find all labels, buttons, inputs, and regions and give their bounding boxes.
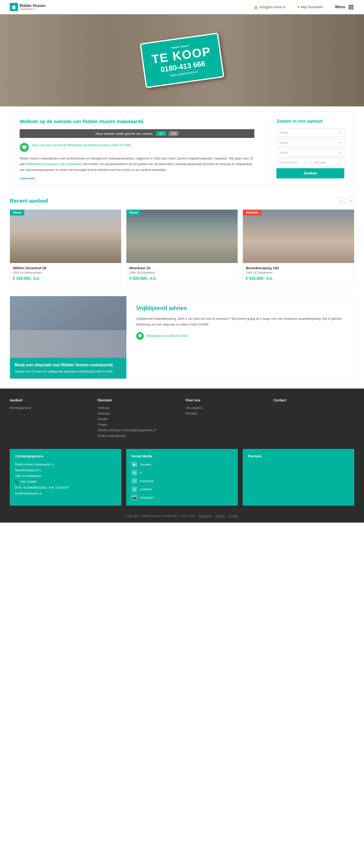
te-koop-sign: Ridder Huizen TE KOOP 0180-413 666 www.r… (140, 32, 224, 88)
social-linkedin[interactable]: in LinkedIn (132, 486, 232, 492)
next-arrow-button[interactable]: → (347, 197, 354, 205)
facebook-icon: f (132, 478, 137, 484)
footer-project-link[interactable]: Project (98, 423, 108, 426)
property-badge-2: Nieuw (127, 210, 141, 216)
youtube-icon: ▶ (132, 462, 137, 467)
footer-woningaanbod-link[interactable]: Woningaanbod (10, 406, 31, 410)
ridder-link[interactable]: Ridderkerkse ervaring in de makelaardij (26, 162, 81, 166)
lock-icon: 🔒 (254, 5, 258, 9)
property-image-3: Verkocht (243, 210, 354, 263)
property-image-2: Nieuw (127, 210, 237, 263)
copyright-bar: Copyright © Ridder Huizen makelaardij o.… (10, 510, 354, 518)
footer-aankoop-link[interactable]: Aankoop (98, 411, 110, 415)
kamers-input[interactable]: Aantal kamers ▼ (276, 158, 309, 166)
whatsapp-advies-link[interactable]: WhatsApp met 0180-413-566 (146, 334, 188, 338)
hero-section: Ridder Huizen TE KOOP 0180-413 666 www.r… (0, 14, 364, 106)
hero-content: Ridder Huizen TE KOOP 0180-413 666 www.r… (142, 38, 222, 83)
chevron-down-icon-4: ▼ (305, 161, 307, 164)
footer-col3-title: Over ons (186, 398, 267, 402)
footer-partners-box: Partners (243, 449, 354, 506)
linkedin-label: LinkedIn (140, 488, 152, 491)
chevron-down-icon-2: ▼ (339, 141, 341, 144)
footer-directe-link[interactable]: Directe verkoop en Woningterugehuren.nl (98, 428, 156, 432)
advies-title: Vrijblijvend advies (136, 305, 344, 311)
social-youtube[interactable]: ▶ Youtube (132, 462, 232, 467)
straat2-input[interactable]: Straat ▼ (276, 149, 344, 157)
social-x[interactable]: 𝕏 X (132, 470, 232, 475)
footer-verkoop-link[interactable]: Verkoop (98, 406, 109, 410)
header: Ridder Huizen makelaardij o.z. 🔒 Inlogge… (0, 0, 364, 14)
property-name-1: Willem Dreeshof 28 (13, 266, 118, 270)
cookie-info-button[interactable]: Info (169, 131, 178, 136)
straat-input[interactable]: Straat ▼ (276, 138, 344, 147)
footer-kantoor-link[interactable]: Ons kantoor (186, 406, 203, 410)
property-card-2[interactable]: Nieuw Meerkoet 24 2994 XB Ridderkerk € 6… (126, 210, 238, 284)
footer-contact-box: Contactgegevens Ridder Huizen makelaardi… (10, 449, 121, 506)
cookie-text: Deze website maakt gebruik van cookies. (95, 132, 153, 135)
property-badge-3: Verkocht (243, 210, 261, 216)
advies-section: Maak een afspraak met Ridder Huizen make… (10, 296, 354, 379)
favorites-link[interactable]: ♥ Mijn favorieten (298, 5, 323, 9)
footer-reviews-link[interactable]: Reviews (186, 411, 198, 415)
footer-col4-title: Contact (274, 398, 355, 402)
appointment-desc: Dat kan snel of meet ons vrijblijvende a… (15, 369, 121, 374)
cookie-bar: Deze website maakt gebruik van cookies. … (20, 129, 254, 138)
property-card-3[interactable]: Verkocht Benedenrijweg 193 2980 OC Ridde… (243, 210, 354, 284)
hero-background: Ridder Huizen TE KOOP 0180-413 666 www.r… (0, 14, 364, 106)
logo-icon (10, 3, 18, 11)
property-address-2: 2994 XB Ridderkerk (129, 271, 235, 274)
search-button[interactable]: Zoeken (276, 168, 344, 178)
whatsapp-advies: 💬 WhatsApp met 0180-413-566 (136, 332, 344, 340)
lees-meer-link[interactable]: Lees meer (20, 177, 35, 180)
footer-taxatie-link[interactable]: Taxatie (98, 417, 108, 421)
facebook-label: Facebook (140, 479, 153, 483)
property-badge-1: Nieuw (10, 210, 24, 216)
properties-grid: Nieuw Willem Dreeshof 28 2953 AV Alblass… (10, 210, 354, 284)
advies-image-container: Maak een afspraak met Ridder Huizen make… (10, 296, 127, 379)
woonapp-input[interactable]: Woonapp. ▼ (311, 158, 344, 166)
welcome-title: Welkom op de website van Ridder Huizen m… (20, 119, 254, 124)
grid-menu-icon[interactable] (348, 4, 354, 10)
linkedin-icon: in (132, 486, 137, 492)
svg-marker-0 (12, 5, 16, 9)
whatsapp-link[interactable]: Stuur ons een bericht via WhatsApp op te… (32, 143, 131, 148)
whatsapp-section: 💬 Stuur ons een bericht via WhatsApp op … (20, 143, 254, 152)
property-image-1: Nieuw (10, 210, 121, 263)
privacy-link[interactable]: Privacy (216, 514, 225, 518)
footer-company: Ridder Huizen makelaardij o.z. Benedenri… (15, 462, 116, 496)
logo-tagline: makelaardij o.z. (20, 8, 46, 10)
prev-arrow-button[interactable]: ← (338, 197, 345, 205)
property-price-1: € 330.000,- k.k. (13, 276, 118, 281)
x-icon: 𝕏 (132, 470, 137, 475)
youtube-label: Youtube (140, 463, 151, 466)
recent-title: Recent aanbod (10, 198, 48, 204)
property-price-2: € 635.000,- k.k. (129, 276, 235, 281)
x-label: X (140, 471, 142, 474)
whatsapp-icon: 💬 (20, 143, 29, 152)
property-card-1[interactable]: Nieuw Willem Dreeshof 28 2953 AV Alblass… (10, 210, 121, 284)
footer: Aanbod Woningaanbod Diensten Verkoop Aan… (0, 389, 364, 523)
social-instagram[interactable]: 📷 Instagram (132, 494, 232, 500)
cookie-ok-button[interactable]: Ok! (156, 131, 166, 136)
contact-footer-link[interactable]: Contact (228, 514, 238, 518)
footer-social-title: Social Media (132, 454, 232, 458)
footer-email-link[interactable]: info@ridderhuizen.nl (15, 492, 42, 495)
chevron-down-icon-5: ▼ (340, 161, 342, 164)
footer-gratis-link[interactable]: Gratis zoekopdracht (98, 434, 126, 437)
login-link[interactable]: 🔒 Inloggen move.nl (254, 5, 285, 9)
nav-arrows: ← → (338, 197, 354, 205)
advies-text: Vrijblijvend advies Vrijblijvende waarde… (127, 296, 354, 379)
whatsapp-advies-icon: 💬 (136, 332, 144, 340)
search-title: Zoeken in ons aanbod (276, 119, 344, 124)
left-content: Welkom op de website van Ridder Huizen m… (20, 119, 267, 180)
menu-label[interactable]: Menu (335, 5, 345, 9)
footer-phone-link[interactable]: 0180-413666 (20, 480, 37, 484)
footer-col-contact: Contact (274, 398, 355, 439)
header-nav: 🔒 Inloggen move.nl ♥ Mijn favorieten Men… (254, 4, 354, 10)
plaats-input[interactable]: Plaats ▼ (276, 129, 344, 137)
social-facebook[interactable]: f Facebook (132, 478, 232, 484)
main-section: Welkom op de website van Ridder Huizen m… (10, 111, 354, 185)
appointment-overlay: Maak een afspraak met Ridder Huizen make… (10, 358, 127, 379)
footer-col-overons: Over ons Ons kantoor Reviews (186, 398, 267, 439)
disclaimer-link[interactable]: Disclaimer (199, 514, 212, 518)
